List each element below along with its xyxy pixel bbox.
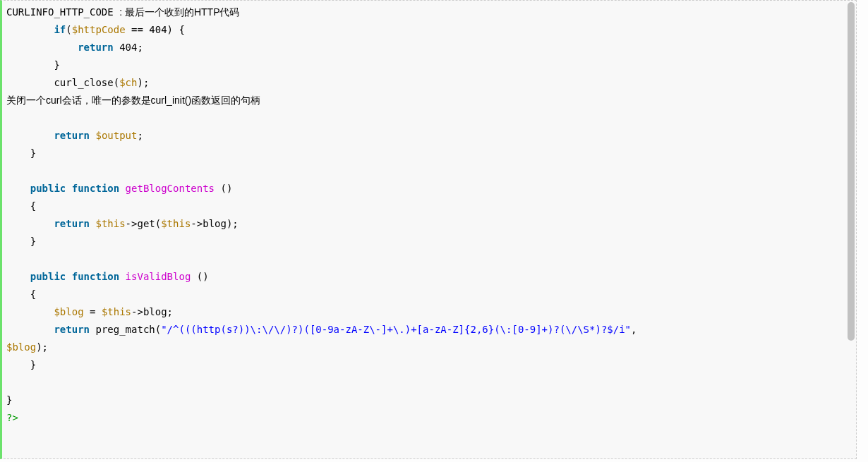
brace: { xyxy=(30,200,36,212)
code-line xyxy=(6,374,852,391)
blank xyxy=(6,112,12,123)
number: 404 xyxy=(149,24,167,35)
brace: } xyxy=(30,147,36,159)
indent xyxy=(6,359,30,370)
code-line: } xyxy=(6,145,852,162)
variable-this: $this xyxy=(95,218,125,229)
code-line xyxy=(6,250,852,268)
code-line: } xyxy=(6,391,852,409)
code-line: $blog); xyxy=(6,339,852,356)
arrow: ->blog); xyxy=(191,218,238,229)
function-call: preg_match( xyxy=(95,324,161,335)
indent xyxy=(6,24,54,35)
code-line: CURLINFO_HTTP_CODE : 最后一个收到的HTTP代码 xyxy=(6,4,852,21)
scrollbar-thumb[interactable] xyxy=(848,2,855,341)
keyword-return: return xyxy=(78,42,114,53)
brace: } xyxy=(6,394,12,406)
keyword-function: function xyxy=(72,183,119,194)
variable: $blog xyxy=(6,341,36,353)
brace: } xyxy=(30,359,36,370)
code-line: return 404; xyxy=(6,39,852,56)
code-line: ?> xyxy=(6,409,852,427)
keyword-if: if xyxy=(54,24,66,35)
operator: == xyxy=(126,24,150,35)
scrollbar-track[interactable] xyxy=(848,2,855,457)
code-line: 关闭一个curl会话，唯一的参数是curl_init()函数返回的句柄 xyxy=(6,92,852,109)
paren: ) { xyxy=(167,24,185,35)
paren: ( xyxy=(66,24,71,35)
code-line: if($httpCode == 404) { xyxy=(6,21,852,39)
function-call: curl_close( xyxy=(54,77,119,88)
comment-chinese: : 最后一个收到的HTTP代码 xyxy=(119,6,239,18)
indent xyxy=(6,59,54,71)
code-line: { xyxy=(6,197,852,215)
space xyxy=(66,271,71,282)
code-line: $blog = $this->blog; xyxy=(6,303,852,321)
arrow: ->get( xyxy=(126,218,162,229)
paren: ); xyxy=(36,341,48,353)
number: 404 xyxy=(119,42,137,53)
indent xyxy=(6,236,30,247)
code-line: public function isValidBlog () xyxy=(6,268,852,286)
code-line: public function getBlogContents () xyxy=(6,180,852,197)
indent xyxy=(6,147,30,159)
variable: $ch xyxy=(119,77,137,88)
blank xyxy=(6,377,12,388)
indent xyxy=(6,200,30,212)
indent xyxy=(6,288,30,300)
php-close-tag: ?> xyxy=(6,412,18,423)
semicolon: ; xyxy=(137,130,143,141)
comment-chinese: 关闭一个curl会话，唯一的参数是curl_init()函数返回的句柄 xyxy=(6,95,260,106)
code-line: return preg_match("/^(((http(s?))\:\/\/)… xyxy=(6,321,852,339)
code-line: } xyxy=(6,233,852,250)
variable-this: $this xyxy=(161,218,191,229)
indent xyxy=(6,130,54,141)
code-line xyxy=(6,162,852,180)
brace: { xyxy=(30,288,36,300)
variable: $output xyxy=(95,130,137,141)
space xyxy=(114,42,119,53)
keyword-return: return xyxy=(54,218,90,229)
indent xyxy=(6,324,54,335)
operator: = xyxy=(84,306,102,317)
variable-this: $this xyxy=(102,306,131,317)
keyword-public: public xyxy=(30,271,66,282)
code-line: curl_close($ch); xyxy=(6,74,852,92)
function-name: isValidBlog xyxy=(126,271,191,282)
code-line: return $this->get($this->blog); xyxy=(6,215,852,233)
code-line: return $output; xyxy=(6,127,852,145)
brace: } xyxy=(30,236,36,247)
string-literal: "/^(((http(s?))\:\/\/)?)([0-9a-zA-Z\-]+\… xyxy=(161,324,631,335)
arrow: ->blog; xyxy=(131,306,173,317)
indent xyxy=(6,306,54,317)
code-line: { xyxy=(6,286,852,303)
keyword-return: return xyxy=(54,324,90,335)
space xyxy=(66,183,71,194)
space xyxy=(119,271,125,282)
indent xyxy=(6,271,30,282)
indent xyxy=(6,77,54,88)
variable: $blog xyxy=(54,306,83,317)
semicolon: ; xyxy=(137,42,143,53)
keyword-public: public xyxy=(30,183,66,194)
indent xyxy=(6,218,54,229)
const-token: CURLINFO_HTTP_CODE xyxy=(6,6,119,18)
brace: } xyxy=(54,59,59,71)
code-line: } xyxy=(6,56,852,74)
code-line: } xyxy=(6,356,852,374)
paren: ); xyxy=(137,77,149,88)
variable: $httpCode xyxy=(72,24,126,35)
comma: , xyxy=(631,324,643,335)
indent xyxy=(6,183,30,194)
blank xyxy=(6,253,12,265)
code-line xyxy=(6,109,852,127)
blank xyxy=(6,165,12,176)
keyword-return: return xyxy=(54,130,90,141)
keyword-function: function xyxy=(72,271,119,282)
space xyxy=(119,183,125,194)
indent xyxy=(6,42,78,53)
code-block: CURLINFO_HTTP_CODE : 最后一个收到的HTTP代码 if($h… xyxy=(0,0,857,459)
paren: () xyxy=(191,271,208,282)
paren: () xyxy=(215,183,232,194)
function-name: getBlogContents xyxy=(126,183,215,194)
